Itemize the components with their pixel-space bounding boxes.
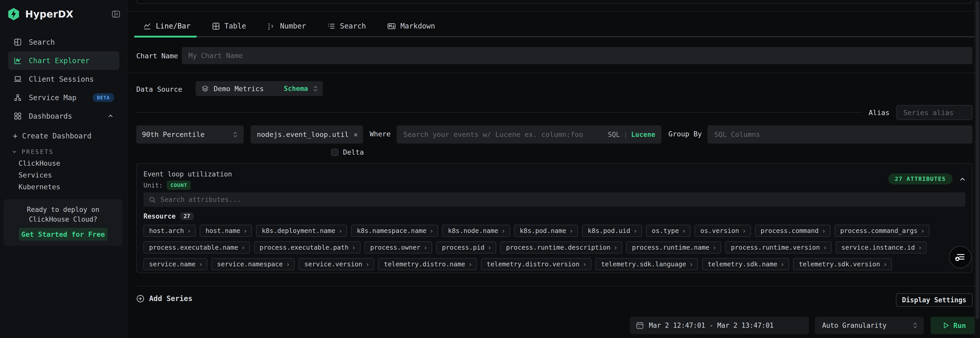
- attribute-chip-label: host.arch: [149, 227, 184, 235]
- attribute-chip[interactable]: telemetry.distro.name ›: [378, 258, 477, 270]
- attribute-chip[interactable]: service.name ›: [143, 258, 207, 270]
- chart-type-tabs: Line/Bar Table 123 Number: [143, 22, 435, 30]
- attribute-search-input[interactable]: [143, 192, 965, 207]
- attribute-chip[interactable]: k8s.node.name ›: [442, 225, 510, 237]
- attribute-chip[interactable]: process.executable.path ›: [254, 241, 360, 254]
- tab-track: [134, 36, 980, 37]
- preset-item[interactable]: Services: [19, 169, 123, 181]
- run-button[interactable]: Run: [931, 317, 978, 334]
- tab-number[interactable]: 123 Number: [267, 22, 306, 30]
- chart-explorer-icon: [13, 57, 22, 65]
- tab-table[interactable]: Table: [212, 22, 246, 30]
- sidebar-item-dashboards[interactable]: Dashboards: [8, 107, 119, 125]
- schema-link[interactable]: Schema: [284, 85, 308, 92]
- delta-checkbox[interactable]: [331, 149, 338, 156]
- divider: [128, 11, 980, 11]
- collapse-sidebar-icon[interactable]: [111, 10, 120, 19]
- preset-item[interactable]: ClickHouse: [19, 157, 123, 169]
- attribute-chip[interactable]: telemetry.sdk.name ›: [702, 258, 789, 270]
- service-map-icon: [13, 94, 22, 102]
- chevron-up-icon[interactable]: [958, 175, 967, 184]
- task-list-icon: [955, 252, 966, 262]
- attribute-chip[interactable]: service.instance.id ›: [836, 241, 927, 254]
- chevron-right-icon: ›: [582, 260, 587, 268]
- preset-item[interactable]: Kubernetes: [19, 181, 123, 193]
- close-icon[interactable]: ✕: [353, 130, 358, 139]
- presets-label: PRESETS: [22, 148, 54, 155]
- attribute-chip-label: process.executable.path: [260, 244, 348, 251]
- attribute-chip[interactable]: telemetry.sdk.language ›: [595, 258, 698, 270]
- attribute-chip[interactable]: process.executable.name ›: [143, 241, 250, 254]
- group-by-input[interactable]: [708, 125, 972, 144]
- sidebar-item-label: Service Map: [29, 94, 76, 102]
- chevron-right-icon: ›: [823, 244, 827, 251]
- presets-toggle[interactable]: PRESETS: [11, 148, 54, 155]
- attribute-chip[interactable]: process.command_args ›: [835, 225, 929, 237]
- aggregation-select[interactable]: 90th Percentile: [136, 125, 244, 144]
- unit-label: Unit:: [143, 182, 163, 189]
- attribute-chip[interactable]: service.version ›: [299, 258, 374, 270]
- attribute-chip-label: host.name: [205, 227, 240, 235]
- select-caret-icon: [232, 131, 238, 138]
- attribute-chip[interactable]: k8s.pod.name ›: [514, 225, 578, 237]
- tab-search[interactable]: Search: [328, 22, 366, 30]
- sql-toggle[interactable]: SQL: [608, 131, 620, 138]
- attribute-chip[interactable]: process.runtime.description ›: [500, 241, 622, 254]
- granularity-select[interactable]: Auto Granularity: [815, 317, 924, 334]
- sidebar-item-chart-explorer[interactable]: Chart Explorer: [8, 51, 119, 70]
- calendar-icon: [636, 321, 644, 330]
- chevron-right-icon: ›: [286, 260, 290, 268]
- brand-name: HyperDX: [25, 9, 73, 20]
- chevron-right-icon: ›: [241, 244, 245, 251]
- top-panel-edge: [136, 0, 972, 4]
- create-dashboard-button[interactable]: + Create Dashboard: [13, 132, 92, 141]
- attribute-chip[interactable]: k8s.deployment.name ›: [256, 225, 347, 237]
- sidebar-item-client-sessions[interactable]: Client Sessions: [8, 70, 119, 88]
- attribute-chip[interactable]: host.name ›: [200, 225, 252, 237]
- attribute-chip-label: process.command: [761, 227, 819, 235]
- sidebar-item-service-map[interactable]: Service Map BETA: [8, 88, 119, 107]
- data-source-select[interactable]: Demo Metrics Schema: [196, 81, 323, 96]
- granularity-value: Auto Granularity: [822, 322, 886, 329]
- attribute-chip[interactable]: host.arch ›: [143, 225, 196, 237]
- brand: HyperDX: [8, 8, 120, 21]
- attribute-chip[interactable]: service.namespace ›: [211, 258, 294, 270]
- where-label: Where: [370, 130, 390, 138]
- add-series-label: Add Series: [149, 294, 192, 303]
- attribute-chip[interactable]: os.version ›: [695, 225, 751, 237]
- active-tab-underline: [134, 36, 197, 38]
- get-started-button[interactable]: Get Started for Free: [19, 228, 107, 241]
- time-range-picker[interactable]: Mar 2 12:47:01 - Mar 2 13:47:01: [630, 317, 809, 334]
- markdown-icon: [387, 22, 396, 30]
- add-series-button[interactable]: Add Series: [136, 294, 192, 303]
- display-settings-button[interactable]: Display Settings: [896, 293, 972, 307]
- search-icon: [149, 196, 156, 204]
- attribute-chip[interactable]: process.command ›: [755, 225, 830, 237]
- tab-line-bar[interactable]: Line/Bar: [143, 22, 191, 30]
- floating-action-button[interactable]: [949, 246, 972, 268]
- attribute-chip[interactable]: process.runtime.version ›: [725, 241, 832, 254]
- scrollbar-thumb[interactable]: [976, 1, 979, 319]
- sidebar-item-search[interactable]: Search: [8, 33, 119, 51]
- attribute-chip[interactable]: k8s.pod.uid ›: [582, 225, 642, 237]
- attribute-chip[interactable]: telemetry.sdk.version ›: [793, 258, 892, 270]
- alias-input[interactable]: [896, 105, 972, 120]
- tab-markdown[interactable]: Markdown: [387, 22, 435, 30]
- attribute-chip[interactable]: k8s.namespace.name ›: [351, 225, 438, 237]
- hyperdx-logo-icon: [8, 8, 19, 21]
- select-caret-icon: [912, 322, 918, 329]
- beta-badge: BETA: [92, 93, 114, 102]
- attribute-chip[interactable]: process.pid ›: [436, 241, 496, 254]
- attribute-chip[interactable]: os.type ›: [646, 225, 690, 237]
- metric-description: Event loop utilization: [143, 170, 232, 178]
- attribute-chip-label: k8s.node.name: [448, 227, 498, 235]
- lucene-toggle[interactable]: Lucene: [631, 131, 655, 138]
- attribute-chip-label: service.name: [149, 260, 196, 268]
- attribute-chip[interactable]: process.runtime.name ›: [626, 241, 721, 254]
- scrollbar[interactable]: [975, 0, 980, 338]
- metric-chip[interactable]: nodejs.event_loop.util ✕: [251, 125, 363, 144]
- resource-count-badge: 27: [180, 213, 193, 220]
- chart-name-input[interactable]: [182, 47, 972, 64]
- attribute-chip[interactable]: telemetry.distro.version ›: [481, 258, 591, 270]
- attribute-chip[interactable]: process.owner ›: [364, 241, 432, 254]
